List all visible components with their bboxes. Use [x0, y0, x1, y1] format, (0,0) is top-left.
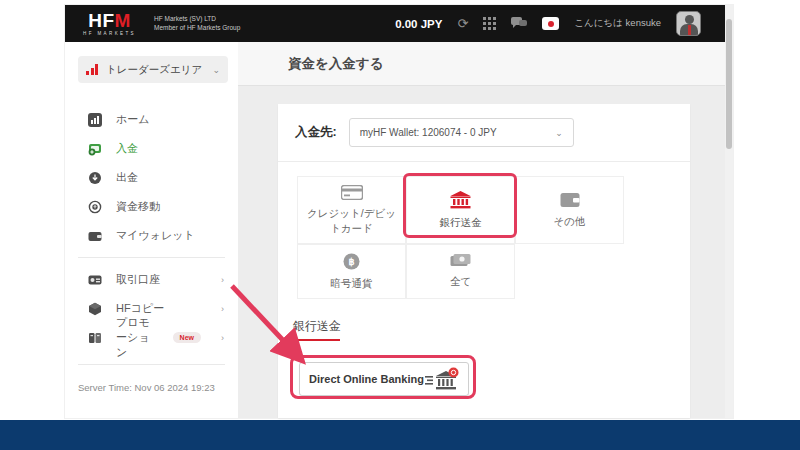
bank-icon: [450, 191, 471, 209]
home-icon: [88, 113, 102, 127]
apps-grid-icon[interactable]: [483, 17, 496, 30]
server-time: Server Time: Nov 06 2024 19:23: [65, 372, 238, 393]
japan-flag-icon[interactable]: [542, 17, 559, 30]
sidebar-item-label: 資金移動: [116, 199, 224, 214]
avatar[interactable]: [676, 11, 701, 36]
footer-bar: [0, 420, 800, 450]
section-underline: [293, 339, 340, 341]
credit-card-icon: [341, 185, 363, 200]
wallet-select-value: myHF Wallet: 1206074 - 0 JPY: [360, 127, 555, 138]
sidebar-divider: [78, 257, 225, 258]
sidebar-item-label: ホーム: [116, 112, 224, 127]
card-divider: [278, 161, 690, 162]
online-banking-icon: [425, 367, 459, 391]
hfm-logo[interactable]: HFM HF MARKETS: [83, 11, 136, 37]
method-label: クレジット/デビットカード: [298, 206, 405, 234]
new-badge: New: [173, 332, 201, 343]
cash-icon: [450, 254, 471, 268]
chevron-down-icon: ⌄: [555, 128, 563, 138]
logo-text: HF: [88, 10, 114, 31]
scrollbar-thumb[interactable]: [726, 19, 732, 149]
method-label: 銀行送金: [436, 215, 486, 229]
wallet-select[interactable]: myHF Wallet: 1206074 - 0 JPY ⌄: [349, 118, 574, 147]
wallet-icon: [88, 229, 102, 243]
app-window: HFM HF MARKETS HF Markets (SV) LTD Membe…: [65, 5, 733, 418]
empty-cell: [515, 244, 624, 299]
page-title-bar: 資金を入金する: [238, 42, 725, 86]
hfcopy-icon: [88, 302, 102, 316]
promotions-icon: [88, 331, 102, 345]
method-tile-credit-debit-card[interactable]: クレジット/デビットカード: [297, 176, 406, 244]
logo-subtitle: HF MARKETS: [83, 32, 136, 37]
sidebar-item-deposit[interactable]: 入金: [65, 134, 238, 163]
chevron-right-icon: ›: [221, 333, 224, 343]
deposit-card: 入金先: myHF Wallet: 1206074 - 0 JPY ⌄ クレジッ…: [278, 104, 690, 418]
payment-methods: クレジット/デビットカード 銀行送金 その他 ฿ 暗号通貨: [297, 176, 624, 299]
sidebar-item-transfer[interactable]: 資金移動: [65, 192, 238, 221]
provider-label: Direct Online Banking: [309, 373, 425, 385]
accounts-icon: [88, 273, 102, 287]
main-content: 資金を入金する 入金先: myHF Wallet: 1206074 - 0 JP…: [238, 42, 725, 418]
method-label: 暗号通貨: [327, 276, 377, 290]
sidebar-divider: [78, 364, 225, 365]
sidebar-item-label: HFコピー: [116, 301, 207, 316]
company-info: HF Markets (SV) LTD Member of HF Markets…: [146, 15, 240, 33]
method-tile-other[interactable]: その他: [515, 176, 624, 244]
traders-area-selector[interactable]: トレーダーズエリア ⌄: [78, 56, 228, 83]
sidebar-item-mywallet[interactable]: マイウォレット: [65, 221, 238, 250]
method-label: その他: [550, 214, 590, 228]
sidebar-item-promotions[interactable]: プロモーション New ›: [65, 323, 238, 352]
sidebar-item-label: 取引口座: [116, 272, 207, 287]
deposit-icon: [88, 142, 102, 156]
scrollbar[interactable]: [725, 5, 733, 418]
refresh-icon[interactable]: ⟳: [457, 16, 468, 31]
method-tile-crypto[interactable]: ฿ 暗号通貨: [297, 244, 406, 299]
company-line2: Member of HF Markets Group: [154, 24, 240, 33]
section-title: 銀行送金: [293, 318, 341, 335]
account-balance: 0.00 JPY: [395, 18, 442, 30]
bar-chart-icon: [86, 64, 98, 75]
deposit-to-label: 入金先:: [295, 124, 337, 141]
method-label: 全て: [446, 274, 475, 288]
withdraw-icon: [88, 171, 102, 185]
user-greeting: こんにちは kensuke: [574, 17, 661, 30]
company-line1: HF Markets (SV) LTD: [154, 15, 240, 24]
sidebar: トレーダーズエリア ⌄ ホーム 入金 出金 資金移動 マイウォレット: [65, 42, 238, 418]
traders-area-label: トレーダーズエリア: [106, 63, 204, 77]
logo-text-m: M: [115, 10, 131, 31]
method-tile-all[interactable]: 全て: [406, 244, 515, 299]
chevron-right-icon: ›: [221, 275, 224, 285]
chevron-down-icon: ⌄: [212, 65, 220, 75]
sidebar-item-label: プロモーション: [116, 315, 159, 360]
other-wallet-icon: [560, 192, 580, 208]
page-title: 資金を入金する: [288, 55, 383, 73]
sidebar-item-label: 入金: [116, 141, 224, 156]
transfer-icon: [88, 200, 102, 214]
sidebar-item-home[interactable]: ホーム: [65, 105, 238, 134]
bank-transfer-section: 銀行送金: [293, 318, 341, 341]
chat-icon[interactable]: [511, 17, 527, 30]
svg-text:฿: ฿: [348, 256, 354, 267]
method-tile-bank-transfer[interactable]: 銀行送金: [406, 176, 515, 244]
direct-online-banking-button[interactable]: Direct Online Banking: [299, 362, 469, 396]
chevron-right-icon: ›: [221, 304, 224, 314]
sidebar-item-accounts[interactable]: 取引口座 ›: [65, 265, 238, 294]
sidebar-menu: ホーム 入金 出金 資金移動 マイウォレット 取引口座: [65, 105, 238, 352]
sidebar-item-label: 出金: [116, 170, 224, 185]
crypto-icon: ฿: [343, 253, 360, 270]
sidebar-item-label: マイウォレット: [116, 228, 224, 243]
sidebar-item-withdraw[interactable]: 出金: [65, 163, 238, 192]
top-bar: HFM HF MARKETS HF Markets (SV) LTD Membe…: [65, 5, 725, 42]
